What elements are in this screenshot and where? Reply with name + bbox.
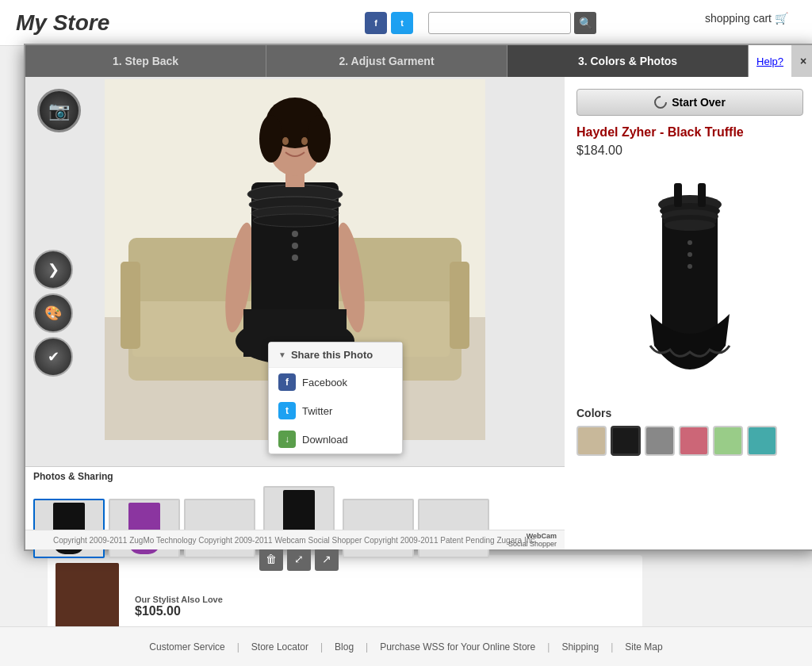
facebook-label: Facebook <box>302 377 347 388</box>
tab-step-back-label: 1. Step Back <box>113 55 178 67</box>
bg-product-info: Our Stylist Also Love $105.00 <box>135 595 223 618</box>
start-over-button[interactable]: Start Over <box>576 89 803 116</box>
product-dress-image <box>634 171 745 393</box>
share-facebook-button[interactable]: f Facebook <box>269 368 402 396</box>
product-panel: Start Over Haydel Zyher - Black Truffle … <box>565 77 812 549</box>
tab-colors-photos[interactable]: 3. Colors & Photos <box>508 45 749 77</box>
facebook-icon: f <box>278 373 296 391</box>
modal-overlay: 1. Step Back 2. Adjust Garment 3. Colors… <box>24 44 812 551</box>
chevron-up-icon: ❯ <box>48 261 59 278</box>
thumbnails-row: 🗑 ⤢ ↗ <box>33 486 557 571</box>
start-over-label: Start Over <box>672 96 726 109</box>
tab-adjust-garment-label: 2. Adjust Garment <box>339 55 434 67</box>
help-button[interactable]: Help? <box>749 45 791 77</box>
share-button[interactable]: ↗ <box>315 547 339 571</box>
camera-icon: 📷 <box>48 101 70 121</box>
color-swatches <box>576 426 803 456</box>
swatch-gray[interactable] <box>645 426 675 456</box>
svg-point-26 <box>282 137 289 145</box>
share-header-label: Share this Photo <box>291 349 373 361</box>
svg-point-40 <box>688 264 692 269</box>
shopping-cart[interactable]: shopping cart 🛒 <box>705 12 788 25</box>
modal-body: 📷 ◀ Back ❯ 🎨 ✔ <box>25 77 812 549</box>
svg-rect-37 <box>698 183 706 207</box>
refresh-icon <box>652 94 670 112</box>
up-control-button[interactable]: ❯ <box>33 250 73 289</box>
share-arrow-icon: ▼ <box>278 350 286 359</box>
photo-panel: 📷 ◀ Back ❯ 🎨 ✔ <box>25 77 565 549</box>
tab-adjust-garment[interactable]: 2. Adjust Garment <box>266 45 508 77</box>
left-controls: ❯ 🎨 ✔ <box>33 250 73 377</box>
store-header: My Store f t 🔍 shopping cart 🛒 <box>0 0 812 46</box>
swatch-green[interactable] <box>713 426 743 456</box>
expand-button[interactable]: ⤢ <box>287 547 311 571</box>
svg-point-18 <box>292 231 298 237</box>
svg-point-38 <box>688 240 692 245</box>
store-footer: Customer Service | Store Locator | Blog … <box>0 626 812 666</box>
close-icon: × <box>800 55 806 67</box>
svg-rect-8 <box>450 262 469 349</box>
bg-price: $105.00 <box>135 604 223 618</box>
share-download-button[interactable]: ↓ Download <box>269 425 402 454</box>
footer-site-map[interactable]: Site Map <box>625 641 662 653</box>
header-search-input[interactable] <box>428 12 571 34</box>
cart-label: shopping cart <box>705 12 772 25</box>
svg-point-27 <box>301 137 308 145</box>
modal-tab-bar: 1. Step Back 2. Adjust Garment 3. Colors… <box>25 45 812 77</box>
share-header: ▼ Share this Photo <box>269 343 402 368</box>
swatch-beige[interactable] <box>576 426 607 456</box>
svg-point-35 <box>665 220 715 231</box>
svg-point-24 <box>259 115 283 163</box>
swatch-pink[interactable] <box>679 426 709 456</box>
check-control-button[interactable]: ✔ <box>33 337 73 377</box>
help-label: Help? <box>756 56 783 67</box>
footer-customer-service[interactable]: Customer Service <box>149 641 224 653</box>
header-search-button[interactable]: 🔍 <box>574 12 596 34</box>
tab-colors-photos-label: 3. Colors & Photos <box>578 55 677 67</box>
svg-point-39 <box>688 252 692 257</box>
svg-point-17 <box>253 214 337 227</box>
footer-store-locator[interactable]: Store Locator <box>251 641 308 653</box>
swatch-teal[interactable] <box>747 426 777 456</box>
modal-footer: Copyright 2009-2011 ZugMo Technology Cop… <box>25 530 565 549</box>
swatch-black[interactable] <box>611 426 641 456</box>
download-icon: ↓ <box>278 431 296 448</box>
copyright-text: Copyright 2009-2011 ZugMo Technology Cop… <box>53 536 537 545</box>
twitter-icon: t <box>278 402 296 419</box>
palette-control-button[interactable]: 🎨 <box>33 293 73 333</box>
colors-label: Colors <box>576 407 803 419</box>
tab-step-back[interactable]: 1. Step Back <box>25 45 266 77</box>
twitter-header-icon[interactable]: t <box>391 12 413 34</box>
product-name: Haydel Zyher - Black Truffle <box>576 125 803 140</box>
product-image-container <box>576 167 803 397</box>
palette-icon: 🎨 <box>44 304 62 322</box>
check-icon: ✔ <box>48 348 59 366</box>
footer-purchase[interactable]: Purchase WSS for Your Online Store <box>380 641 535 653</box>
social-shopper-label: Social Shopper <box>508 540 557 548</box>
footer-blog[interactable]: Blog <box>335 641 354 653</box>
bg-stylist-label: Our Stylist Also Love <box>135 595 223 604</box>
svg-rect-36 <box>674 183 682 207</box>
share-dropdown: ▼ Share this Photo f Facebook t Twitter … <box>268 342 403 454</box>
svg-point-20 <box>292 255 298 261</box>
store-title: My Store <box>16 10 109 36</box>
twitter-label: Twitter <box>302 405 332 417</box>
footer-shipping[interactable]: Shipping <box>561 641 599 653</box>
webcam-badge: WebCam Social Shopper <box>508 532 557 548</box>
webcam-label: WebCam <box>527 532 557 540</box>
svg-point-25 <box>307 115 331 163</box>
product-price: $184.00 <box>576 144 803 158</box>
download-label: Download <box>302 434 348 446</box>
delete-button[interactable]: 🗑 <box>259 547 283 571</box>
photos-sharing-label: Photos & Sharing <box>33 471 557 482</box>
share-twitter-button[interactable]: t Twitter <box>269 396 402 425</box>
thumb-tools: 🗑 ⤢ ↗ <box>259 547 339 571</box>
social-header-icons: f t <box>365 12 413 34</box>
svg-point-19 <box>292 243 298 249</box>
facebook-header-icon[interactable]: f <box>365 12 387 34</box>
svg-rect-7 <box>121 262 140 349</box>
thumbnail-4-container: 🗑 ⤢ ↗ <box>259 486 339 571</box>
close-button[interactable]: × <box>791 45 812 77</box>
camera-button[interactable]: 📷 <box>37 89 81 132</box>
